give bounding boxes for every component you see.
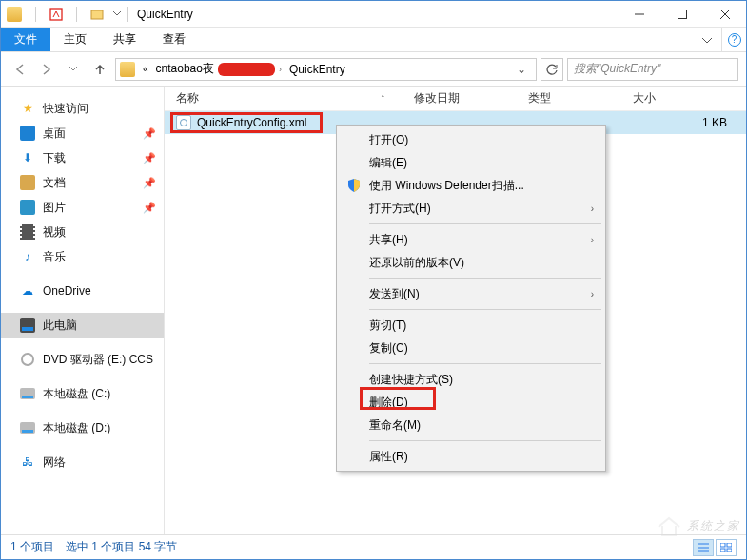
breadcrumb-root[interactable]: « [139, 64, 152, 74]
address-dropdown[interactable]: ⌄ [511, 63, 532, 76]
share-tab[interactable]: 共享 [100, 28, 149, 51]
cm-edit[interactable]: 编辑(E) [339, 151, 603, 174]
recent-dropdown[interactable] [62, 58, 85, 81]
cm-share[interactable]: 共享(H)› [339, 228, 603, 251]
xml-file-icon [176, 115, 191, 130]
pc-icon [20, 318, 35, 333]
up-button[interactable] [88, 58, 111, 81]
new-folder-icon[interactable] [90, 8, 106, 21]
refresh-button[interactable] [541, 58, 563, 81]
properties-icon[interactable] [49, 8, 63, 21]
pin-icon: 📌 [143, 152, 156, 164]
sidebar-disk-d[interactable]: 本地磁盘 (D:) [1, 415, 164, 440]
sidebar-pictures[interactable]: 图片📌 [1, 195, 164, 220]
col-type[interactable]: 类型 [528, 90, 633, 106]
sidebar-onedrive[interactable]: ☁OneDrive [1, 279, 164, 303]
help-button[interactable]: ? [721, 28, 746, 51]
search-placeholder: 搜索"QuickEntry" [574, 61, 660, 77]
cm-shortcut[interactable]: 创建快捷方式(S) [339, 368, 603, 391]
svg-rect-7 [720, 543, 725, 547]
sidebar-documents[interactable]: 文档📌 [1, 170, 164, 195]
sidebar-disk-c[interactable]: 本地磁盘 (C:) [1, 381, 164, 406]
sidebar-this-pc[interactable]: 此电脑 [1, 313, 164, 338]
address-bar: « cntaobao夜› QuickEntry ⌄ 搜索"QuickEntry" [1, 52, 746, 87]
sort-arrow-icon: ˄ [381, 94, 385, 104]
cm-copy[interactable]: 复制(C) [339, 337, 603, 359]
pin-icon: 📌 [143, 177, 156, 189]
download-icon: ⬇ [20, 150, 35, 165]
search-input[interactable]: 搜索"QuickEntry" [567, 58, 738, 81]
status-selected: 选中 1 个项目 54 字节 [66, 539, 177, 555]
cm-restore[interactable]: 还原以前的版本(V) [339, 251, 603, 274]
details-view-button[interactable] [693, 539, 714, 556]
col-size[interactable]: 大小 [633, 90, 699, 106]
breadcrumb-current[interactable]: QuickEntry [285, 63, 349, 76]
close-button[interactable] [703, 1, 746, 28]
minimize-button[interactable] [618, 1, 660, 28]
svg-rect-0 [50, 9, 62, 20]
svg-rect-3 [678, 10, 686, 18]
desktop-icon [20, 126, 35, 141]
status-bar: 1 个项目 选中 1 个项目 54 字节 [1, 534, 746, 559]
window-title: QuickEntry [137, 8, 193, 21]
chevron-right-icon: › [591, 203, 594, 214]
titlebar: QuickEntry [1, 1, 746, 28]
home-tab[interactable]: 主页 [50, 28, 100, 51]
chevron-right-icon: › [591, 289, 594, 299]
status-count: 1 个项目 [10, 539, 54, 555]
context-menu: 打开(O) 编辑(E) 使用 Windows Defender扫描... 打开方… [336, 125, 606, 472]
file-tab[interactable]: 文件 [1, 28, 50, 51]
chevron-right-icon: › [591, 235, 594, 245]
pin-icon: 📌 [143, 127, 156, 140]
pictures-icon [20, 200, 35, 215]
sidebar-network[interactable]: 🖧网络 [1, 450, 164, 474]
sidebar-videos[interactable]: 视频 [1, 220, 164, 244]
svg-rect-1 [91, 10, 103, 19]
sidebar-desktop[interactable]: 桌面📌 [1, 121, 164, 145]
maximize-button[interactable] [660, 1, 703, 28]
view-tab[interactable]: 查看 [149, 28, 199, 51]
sidebar-music[interactable]: ♪音乐 [1, 244, 164, 269]
music-icon: ♪ [20, 249, 35, 264]
forward-button[interactable] [35, 58, 58, 81]
cm-rename[interactable]: 重命名(M) [339, 414, 603, 436]
redacted-text [218, 63, 275, 76]
network-icon: 🖧 [20, 454, 35, 470]
col-date[interactable]: 修改日期 [414, 90, 528, 106]
disk-icon [20, 386, 35, 401]
col-name[interactable]: 名称˄ [176, 90, 414, 106]
cm-cut[interactable]: 剪切(T) [339, 314, 603, 337]
folder-icon [7, 7, 22, 22]
svg-rect-9 [720, 549, 725, 552]
file-name: QuickEntryConfig.xml [197, 116, 306, 129]
quick-access-toolbar [7, 7, 121, 22]
cm-delete[interactable]: 删除(D) [339, 391, 603, 414]
breadcrumb-parent[interactable]: cntaobao夜› [152, 61, 285, 77]
breadcrumb-box[interactable]: « cntaobao夜› QuickEntry ⌄ [115, 58, 537, 81]
svg-rect-8 [727, 543, 732, 547]
star-icon: ★ [20, 101, 35, 116]
cm-sendto[interactable]: 发送到(N)› [339, 282, 603, 305]
back-button[interactable] [9, 58, 31, 81]
cm-defender[interactable]: 使用 Windows Defender扫描... [339, 174, 603, 197]
qat-dropdown-icon[interactable] [113, 10, 121, 18]
svg-rect-10 [727, 549, 732, 552]
pin-icon: 📌 [143, 202, 156, 214]
sidebar: ★快速访问 桌面📌 ⬇下载📌 文档📌 图片📌 视频 ♪音乐 ☁OneDrive … [1, 87, 165, 534]
file-size: 1 KB [702, 116, 727, 129]
thumbnails-view-button[interactable] [716, 539, 737, 556]
cm-openwith[interactable]: 打开方式(H)› [339, 197, 603, 220]
dvd-icon [20, 352, 35, 367]
cm-open[interactable]: 打开(O) [339, 128, 603, 151]
ribbon-tabs: 文件 主页 共享 查看 ? [1, 28, 746, 52]
sidebar-dvd[interactable]: DVD 驱动器 (E:) CCS [1, 347, 164, 372]
ribbon-expand-button[interactable] [693, 28, 721, 51]
disk-icon [20, 420, 35, 435]
shield-icon [346, 178, 362, 193]
cm-properties[interactable]: 属性(R) [339, 445, 603, 468]
sidebar-downloads[interactable]: ⬇下载📌 [1, 145, 164, 170]
folder-icon [120, 62, 135, 77]
column-headers: 名称˄ 修改日期 类型 大小 [165, 87, 746, 111]
onedrive-icon: ☁ [20, 283, 35, 299]
sidebar-quick-access[interactable]: ★快速访问 [1, 96, 164, 121]
